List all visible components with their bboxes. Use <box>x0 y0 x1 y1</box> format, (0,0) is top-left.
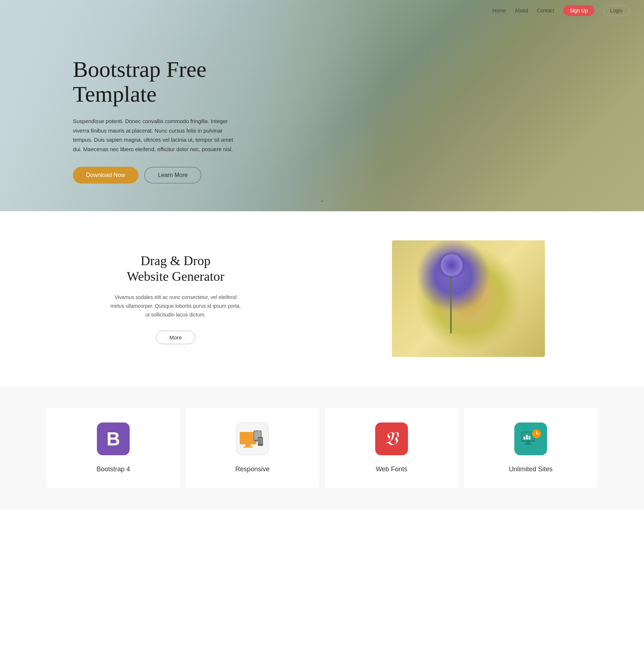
hero-description: Suspendisse potenti. Donec convallis com… <box>73 117 240 154</box>
svg-rect-12 <box>526 435 528 440</box>
feature-responsive-label: Responsive <box>235 465 270 473</box>
hero-title: Bootstrap Free Template <box>73 57 240 106</box>
responsive-icon <box>236 422 269 455</box>
responsive-svg <box>240 429 265 449</box>
svg-rect-6 <box>258 438 263 444</box>
svg-rect-9 <box>526 442 530 444</box>
unlimited-svg <box>520 429 542 448</box>
middle-description: Vivamus sodales elit ac nunc consectetur… <box>110 293 241 319</box>
unlimited-icon <box>514 422 547 455</box>
nav-link-about[interactable]: About <box>515 8 528 13</box>
middle-section: Drag & DropWebsite Generator Vivamus sod… <box>0 211 644 386</box>
flower-image <box>392 240 545 357</box>
hero-section: Bootstrap Free Template Suspendisse pote… <box>0 0 644 211</box>
learn-more-button[interactable]: Learn More <box>144 167 202 184</box>
hero-buttons: Download Now Learn More <box>73 167 240 184</box>
svg-rect-10 <box>524 444 532 445</box>
features-section: B Bootstrap 4 Re <box>0 386 644 510</box>
webfonts-icon: 𝔙 <box>375 422 408 455</box>
svg-rect-11 <box>523 437 525 440</box>
flower-stem <box>450 270 452 334</box>
feature-webfonts: 𝔙 Web Fonts <box>325 408 458 488</box>
feature-bootstrap-label: Bootstrap 4 <box>97 465 130 473</box>
feature-responsive: Responsive <box>186 408 319 488</box>
flower-head <box>441 254 463 276</box>
bootstrap-icon: B <box>97 422 130 455</box>
nav-link-contact[interactable]: Contact <box>537 8 554 13</box>
svg-rect-13 <box>529 436 530 440</box>
hero-content: Bootstrap Free Template Suspendisse pote… <box>0 28 240 184</box>
signup-button[interactable]: Sign Up <box>563 5 594 16</box>
feature-webfonts-label: Web Fonts <box>376 465 408 473</box>
login-button[interactable]: Login <box>603 5 629 16</box>
svg-rect-1 <box>246 444 251 447</box>
middle-right <box>337 240 600 357</box>
more-button[interactable]: More <box>156 331 195 344</box>
svg-rect-2 <box>243 447 253 448</box>
hero-chevron-icon: ⌄ <box>319 195 325 204</box>
feature-bootstrap: B Bootstrap 4 <box>47 408 180 488</box>
feature-unlimited: Unlimited Sites <box>464 408 597 488</box>
navbar: Home About Contact Sign Up Login <box>0 0 644 21</box>
feature-unlimited-label: Unlimited Sites <box>509 465 553 473</box>
download-now-button[interactable]: Download Now <box>73 167 138 184</box>
nav-link-home[interactable]: Home <box>492 8 506 13</box>
middle-title: Drag & DropWebsite Generator <box>127 253 224 284</box>
middle-left: Drag & DropWebsite Generator Vivamus sod… <box>44 240 315 357</box>
